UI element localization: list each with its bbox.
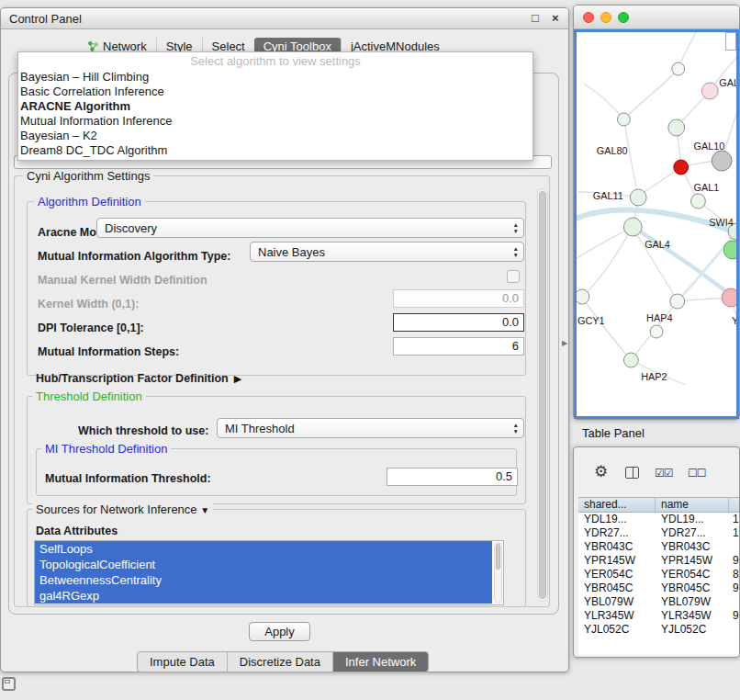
- cell: YBR045C: [656, 581, 729, 595]
- desktop: { "icons": { "float": "□", "close": "×",…: [0, 0, 740, 700]
- node-gcy1[interactable]: [577, 289, 589, 304]
- settings-scrollbar-thumb[interactable]: [539, 191, 546, 599]
- close-traffic-light-icon[interactable]: [583, 12, 594, 23]
- algorithm-option[interactable]: Bayesian – Hill Climbing: [18, 70, 533, 85]
- table-row[interactable]: YJL052C YJL052C: [578, 623, 740, 637]
- hub-definition-toggle[interactable]: Hub/Transcription Factor Definition ▶: [36, 372, 241, 385]
- minimize-traffic-light-icon[interactable]: [600, 12, 611, 23]
- node-label: SWI4: [709, 217, 734, 228]
- node-label: GAL: [719, 77, 736, 88]
- table-row[interactable]: YBL079W YBL079W: [578, 595, 740, 609]
- algorithm-option[interactable]: Mutual Information Inference: [18, 114, 533, 129]
- edge[interactable]: [623, 119, 638, 197]
- deselect-all-boxes-icon[interactable]: ☐☐: [688, 467, 706, 480]
- combo-arrows-icon: ▲▼: [513, 221, 519, 234]
- gear-icon[interactable]: ⚙: [594, 462, 608, 481]
- node-label: Y: [732, 315, 736, 326]
- node[interactable]: [670, 294, 685, 309]
- edge[interactable]: [582, 229, 631, 297]
- network-canvas[interactable]: GAL GAL80 GAL10 GAL11 GAL1 SWI4 GAL4 GCY…: [574, 29, 739, 419]
- node[interactable]: [672, 62, 685, 75]
- mi-threshold-field[interactable]: 0.5: [387, 468, 518, 486]
- node-gal11[interactable]: [630, 189, 646, 206]
- cell: YER054C: [578, 568, 656, 581]
- node-hap4[interactable]: [650, 325, 663, 338]
- dpi-tolerance-field[interactable]: 0.0: [393, 313, 524, 332]
- edge[interactable]: [582, 298, 631, 360]
- network-window-titlebar[interactable]: [574, 6, 739, 29]
- table-row[interactable]: YPR145W YPR145W 9.: [578, 554, 740, 568]
- cell: [729, 540, 740, 554]
- minimized-window-icon[interactable]: [2, 677, 16, 691]
- algorithm-option[interactable]: Dream8 DC_TDC Algorithm: [18, 143, 533, 158]
- node-gal4[interactable]: [623, 218, 642, 236]
- splitpane-arrow-icon[interactable]: ▶: [562, 339, 567, 347]
- hub-definition-label: Hub/Transcription Factor Definition: [36, 372, 229, 385]
- node[interactable]: [668, 119, 685, 136]
- which-threshold-select[interactable]: MI Threshold ▲▼: [217, 418, 524, 438]
- column-header-name[interactable]: name: [656, 498, 729, 512]
- cell: YLR345W: [656, 609, 729, 623]
- manual-kernel-checkbox[interactable]: [507, 270, 520, 283]
- cell: YBL079W: [656, 595, 729, 609]
- column-header-clipped[interactable]: [729, 498, 740, 512]
- cell: YJL052C: [578, 623, 656, 637]
- network-graph: GAL GAL80 GAL10 GAL11 GAL1 SWI4 GAL4 GCY…: [577, 32, 736, 416]
- list-item[interactable]: gal4RGexp: [35, 588, 492, 604]
- select-all-checks-icon[interactable]: ☑☑: [655, 467, 673, 480]
- node-gal10-neighbor[interactable]: [712, 151, 732, 171]
- sources-group-title[interactable]: Sources for Network Inference ▼: [32, 502, 213, 516]
- node[interactable]: [701, 83, 718, 99]
- tab-impute-data[interactable]: Impute Data: [138, 652, 227, 672]
- cell: YBR043C: [578, 540, 656, 554]
- settings-scrollbar[interactable]: [537, 188, 548, 602]
- aracne-mode-select[interactable]: Discovery ▲▼: [96, 218, 524, 238]
- tab-infer-network[interactable]: Infer Network: [332, 652, 428, 672]
- kernel-width-field[interactable]: 0.0: [393, 289, 524, 308]
- close-icon[interactable]: ×: [552, 11, 559, 25]
- collapsed-arrow-icon: ▶: [234, 373, 241, 385]
- edge[interactable]: [623, 69, 678, 119]
- table-row[interactable]: YLR345W YLR345W 9.: [578, 609, 740, 623]
- table-row[interactable]: YDR27... YDR27... 12: [578, 526, 740, 540]
- node-red-gal10[interactable]: [674, 160, 689, 175]
- column-header-shared[interactable]: shared...: [578, 498, 656, 512]
- algorithm-option[interactable]: Bayesian – K2: [18, 129, 533, 143]
- cell: [729, 623, 740, 637]
- cell: 9.: [729, 609, 740, 623]
- columns-icon[interactable]: [625, 467, 639, 479]
- manual-kernel-label: Manual Kernel Width Definition: [38, 274, 207, 287]
- mi-type-select[interactable]: Naive Bayes ▲▼: [250, 242, 524, 262]
- apply-button[interactable]: Apply: [249, 622, 310, 641]
- node-hap2[interactable]: [623, 353, 638, 367]
- list-item[interactable]: SelfLoops: [35, 541, 492, 557]
- algorithm-option-selected[interactable]: ARACNE Algorithm: [18, 99, 533, 114]
- mi-steps-field[interactable]: 6: [393, 337, 524, 356]
- edge[interactable]: [584, 84, 624, 119]
- cell: YPR145W: [656, 554, 729, 568]
- cell: 9.: [729, 581, 740, 595]
- cell: 12: [729, 526, 740, 540]
- tab-discretize-data[interactable]: Discretize Data: [227, 652, 332, 672]
- zoom-traffic-light-icon[interactable]: [618, 12, 629, 23]
- list-item[interactable]: BetweennessCentrality: [35, 572, 492, 588]
- cell: 8.: [729, 568, 740, 581]
- list-item[interactable]: TopologicalCoefficient: [35, 557, 492, 572]
- algorithm-option[interactable]: Basic Correlation Inference: [18, 85, 533, 99]
- table-row[interactable]: YER054C YER054C 8.: [578, 568, 740, 581]
- edge[interactable]: [577, 228, 631, 262]
- float-window-icon[interactable]: □: [532, 11, 539, 25]
- table-row[interactable]: YBR043C YBR043C: [578, 540, 740, 554]
- network-scrollbar-stub[interactable]: [725, 32, 736, 51]
- list-scrollbar-thumb[interactable]: [496, 544, 500, 570]
- table-row[interactable]: YDL19... YDL19... 13: [578, 513, 740, 526]
- node[interactable]: [617, 113, 630, 126]
- node-label: GAL4: [645, 239, 670, 250]
- node-gal1[interactable]: [691, 194, 706, 209]
- control-panel-titlebar[interactable]: Control Panel □ ×: [1, 8, 568, 29]
- mi-type-value: Naive Bayes: [258, 245, 325, 259]
- table-row[interactable]: YBR045C YBR045C 9.: [578, 581, 740, 595]
- node-pink[interactable]: [722, 288, 736, 307]
- cell: YBR045C: [578, 581, 656, 595]
- list-scrollbar[interactable]: [494, 542, 502, 604]
